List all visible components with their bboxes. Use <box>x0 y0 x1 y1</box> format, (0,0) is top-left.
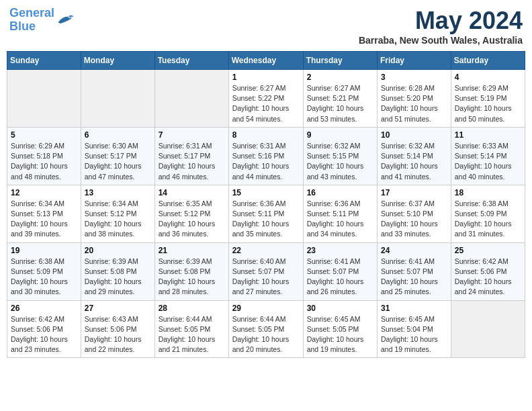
logo-text: General Blue <box>9 7 54 34</box>
calendar-day-cell: 24Sunrise: 6:41 AMSunset: 5:07 PMDayligh… <box>378 242 451 300</box>
calendar-week-row: 5Sunrise: 6:29 AMSunset: 5:18 PMDaylight… <box>7 127 525 185</box>
weekday-header-row: SundayMondayTuesdayWednesdayThursdayFrid… <box>7 52 525 70</box>
calendar-day-cell <box>7 70 81 128</box>
day-info: Sunrise: 6:42 AMSunset: 5:06 PMDaylight:… <box>11 314 77 355</box>
calendar-header: SundayMondayTuesdayWednesdayThursdayFrid… <box>7 52 525 70</box>
calendar-day-cell: 15Sunrise: 6:36 AMSunset: 5:11 PMDayligh… <box>228 185 303 242</box>
day-number: 9 <box>307 130 373 140</box>
calendar-day-cell: 17Sunrise: 6:37 AMSunset: 5:10 PMDayligh… <box>378 185 451 242</box>
calendar-day-cell <box>81 70 154 128</box>
day-number: 1 <box>232 73 300 82</box>
day-info: Sunrise: 6:45 AMSunset: 5:05 PMDaylight:… <box>307 314 373 355</box>
day-number: 6 <box>85 130 151 140</box>
calendar-day-cell: 20Sunrise: 6:39 AMSunset: 5:08 PMDayligh… <box>81 242 154 300</box>
day-number: 22 <box>232 246 300 255</box>
day-number: 21 <box>159 246 225 255</box>
calendar-day-cell: 14Sunrise: 6:35 AMSunset: 5:12 PMDayligh… <box>154 185 228 242</box>
day-number: 25 <box>455 246 521 255</box>
day-number: 10 <box>381 130 447 140</box>
day-info: Sunrise: 6:44 AMSunset: 5:05 PMDaylight:… <box>159 314 225 355</box>
day-info: Sunrise: 6:32 AMSunset: 5:15 PMDaylight:… <box>307 141 373 182</box>
day-info: Sunrise: 6:31 AMSunset: 5:17 PMDaylight:… <box>159 141 225 182</box>
day-info: Sunrise: 6:41 AMSunset: 5:07 PMDaylight:… <box>381 257 447 298</box>
day-info: Sunrise: 6:34 AMSunset: 5:12 PMDaylight:… <box>85 199 151 240</box>
title-block: May 2024 Barraba, New South Wales, Austr… <box>359 7 523 46</box>
calendar-day-cell: 16Sunrise: 6:36 AMSunset: 5:11 PMDayligh… <box>303 185 377 242</box>
day-info: Sunrise: 6:37 AMSunset: 5:10 PMDaylight:… <box>381 199 447 240</box>
weekday-header-monday: Monday <box>81 52 154 70</box>
day-number: 15 <box>232 188 300 197</box>
calendar-week-row: 12Sunrise: 6:34 AMSunset: 5:13 PMDayligh… <box>7 185 525 242</box>
day-number: 11 <box>455 130 521 140</box>
day-number: 20 <box>85 246 151 255</box>
calendar-day-cell: 2Sunrise: 6:27 AMSunset: 5:21 PMDaylight… <box>303 70 377 128</box>
calendar-day-cell: 31Sunrise: 6:45 AMSunset: 5:04 PMDayligh… <box>378 300 451 358</box>
weekday-header-wednesday: Wednesday <box>228 52 303 70</box>
day-info: Sunrise: 6:33 AMSunset: 5:14 PMDaylight:… <box>455 141 521 182</box>
calendar-day-cell: 12Sunrise: 6:34 AMSunset: 5:13 PMDayligh… <box>7 185 81 242</box>
calendar-day-cell: 29Sunrise: 6:44 AMSunset: 5:05 PMDayligh… <box>228 300 303 358</box>
day-number: 4 <box>455 73 521 82</box>
calendar-table: SundayMondayTuesdayWednesdayThursdayFrid… <box>7 51 525 358</box>
day-info: Sunrise: 6:27 AMSunset: 5:22 PMDaylight:… <box>232 83 300 124</box>
day-number: 19 <box>11 246 77 255</box>
day-number: 13 <box>85 188 151 197</box>
day-number: 31 <box>381 304 447 313</box>
calendar-week-row: 1Sunrise: 6:27 AMSunset: 5:22 PMDaylight… <box>7 70 525 128</box>
weekday-header-saturday: Saturday <box>451 52 525 70</box>
day-number: 2 <box>307 73 373 82</box>
calendar-day-cell: 27Sunrise: 6:43 AMSunset: 5:06 PMDayligh… <box>81 300 154 358</box>
day-info: Sunrise: 6:29 AMSunset: 5:18 PMDaylight:… <box>11 141 77 182</box>
day-info: Sunrise: 6:44 AMSunset: 5:05 PMDaylight:… <box>232 314 300 355</box>
calendar-day-cell: 30Sunrise: 6:45 AMSunset: 5:05 PMDayligh… <box>303 300 377 358</box>
calendar-day-cell: 9Sunrise: 6:32 AMSunset: 5:15 PMDaylight… <box>303 127 377 185</box>
day-info: Sunrise: 6:35 AMSunset: 5:12 PMDaylight:… <box>159 199 225 240</box>
logo: General Blue <box>9 7 75 34</box>
day-number: 3 <box>381 73 447 82</box>
day-number: 27 <box>85 304 151 313</box>
calendar-week-row: 19Sunrise: 6:38 AMSunset: 5:09 PMDayligh… <box>7 242 525 300</box>
day-number: 16 <box>307 188 373 197</box>
day-info: Sunrise: 6:36 AMSunset: 5:11 PMDaylight:… <box>232 199 300 240</box>
weekday-header-sunday: Sunday <box>7 52 81 70</box>
day-number: 17 <box>381 188 447 197</box>
calendar-day-cell: 8Sunrise: 6:31 AMSunset: 5:16 PMDaylight… <box>228 127 303 185</box>
day-number: 24 <box>381 246 447 255</box>
day-info: Sunrise: 6:36 AMSunset: 5:11 PMDaylight:… <box>307 199 373 240</box>
day-number: 18 <box>455 188 521 197</box>
weekday-header-tuesday: Tuesday <box>154 52 228 70</box>
calendar-day-cell: 28Sunrise: 6:44 AMSunset: 5:05 PMDayligh… <box>154 300 228 358</box>
day-info: Sunrise: 6:27 AMSunset: 5:21 PMDaylight:… <box>307 83 373 124</box>
day-info: Sunrise: 6:41 AMSunset: 5:07 PMDaylight:… <box>307 257 373 298</box>
day-info: Sunrise: 6:31 AMSunset: 5:16 PMDaylight:… <box>232 141 300 182</box>
calendar-day-cell: 4Sunrise: 6:29 AMSunset: 5:19 PMDaylight… <box>451 70 525 128</box>
calendar-day-cell: 10Sunrise: 6:32 AMSunset: 5:14 PMDayligh… <box>378 127 451 185</box>
day-number: 28 <box>159 304 225 313</box>
calendar-day-cell: 21Sunrise: 6:39 AMSunset: 5:08 PMDayligh… <box>154 242 228 300</box>
page-header: General Blue May 2024 Barraba, New South… <box>7 7 525 46</box>
day-number: 23 <box>307 246 373 255</box>
day-info: Sunrise: 6:34 AMSunset: 5:13 PMDaylight:… <box>11 199 77 240</box>
calendar-day-cell: 18Sunrise: 6:38 AMSunset: 5:09 PMDayligh… <box>451 185 525 242</box>
calendar-day-cell: 26Sunrise: 6:42 AMSunset: 5:06 PMDayligh… <box>7 300 81 358</box>
day-info: Sunrise: 6:40 AMSunset: 5:07 PMDaylight:… <box>232 257 300 298</box>
day-number: 12 <box>11 188 77 197</box>
day-info: Sunrise: 6:32 AMSunset: 5:14 PMDaylight:… <box>381 141 447 182</box>
location: Barraba, New South Wales, Australia <box>359 35 523 46</box>
weekday-header-friday: Friday <box>378 52 451 70</box>
calendar-day-cell: 19Sunrise: 6:38 AMSunset: 5:09 PMDayligh… <box>7 242 81 300</box>
calendar-day-cell: 6Sunrise: 6:30 AMSunset: 5:17 PMDaylight… <box>81 127 154 185</box>
calendar-week-row: 26Sunrise: 6:42 AMSunset: 5:06 PMDayligh… <box>7 300 525 358</box>
calendar-day-cell: 23Sunrise: 6:41 AMSunset: 5:07 PMDayligh… <box>303 242 377 300</box>
day-info: Sunrise: 6:38 AMSunset: 5:09 PMDaylight:… <box>455 199 521 240</box>
day-number: 8 <box>232 130 300 140</box>
calendar-day-cell: 3Sunrise: 6:28 AMSunset: 5:20 PMDaylight… <box>378 70 451 128</box>
day-number: 5 <box>11 130 77 140</box>
day-info: Sunrise: 6:42 AMSunset: 5:06 PMDaylight:… <box>455 257 521 298</box>
day-number: 26 <box>11 304 77 313</box>
day-number: 7 <box>159 130 225 140</box>
calendar-day-cell: 25Sunrise: 6:42 AMSunset: 5:06 PMDayligh… <box>451 242 525 300</box>
calendar-day-cell: 7Sunrise: 6:31 AMSunset: 5:17 PMDaylight… <box>154 127 228 185</box>
day-info: Sunrise: 6:43 AMSunset: 5:06 PMDaylight:… <box>85 314 151 355</box>
day-info: Sunrise: 6:39 AMSunset: 5:08 PMDaylight:… <box>85 257 151 298</box>
